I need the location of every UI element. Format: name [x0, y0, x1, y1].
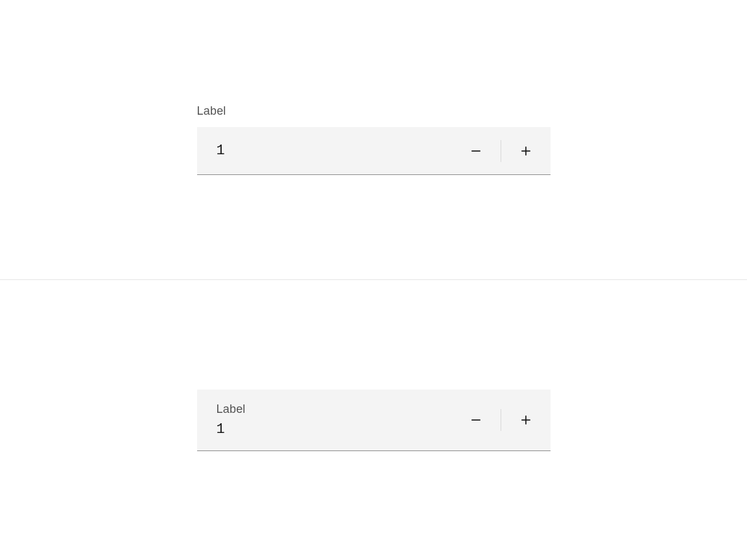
stepper-label: Label [217, 402, 451, 416]
increment-button[interactable] [501, 402, 551, 438]
stepper-label: Label [197, 104, 551, 118]
minus-icon [470, 414, 482, 426]
svg-rect-0 [471, 150, 480, 152]
plus-icon [520, 414, 532, 426]
minus-icon [470, 145, 482, 157]
panel-default: Label 1 [0, 0, 747, 280]
increment-button[interactable] [501, 127, 551, 174]
decrement-button[interactable] [451, 402, 501, 438]
svg-rect-2 [525, 146, 527, 156]
number-stepper-default: Label 1 [197, 104, 551, 175]
stepper-controls [451, 127, 551, 174]
stepper-box: Label 1 [197, 390, 551, 451]
svg-rect-3 [471, 419, 480, 421]
stepper-inner: Label 1 [217, 402, 451, 438]
plus-icon [520, 145, 532, 157]
decrement-button[interactable] [451, 127, 501, 174]
stepper-value[interactable]: 1 [217, 421, 451, 438]
stepper-controls [451, 402, 551, 438]
svg-rect-5 [525, 415, 527, 425]
number-stepper-fluid: Label 1 [197, 390, 551, 451]
stepper-value[interactable]: 1 [217, 143, 225, 159]
panel-fluid: Label 1 [0, 280, 747, 560]
stepper-box: 1 [197, 127, 551, 175]
